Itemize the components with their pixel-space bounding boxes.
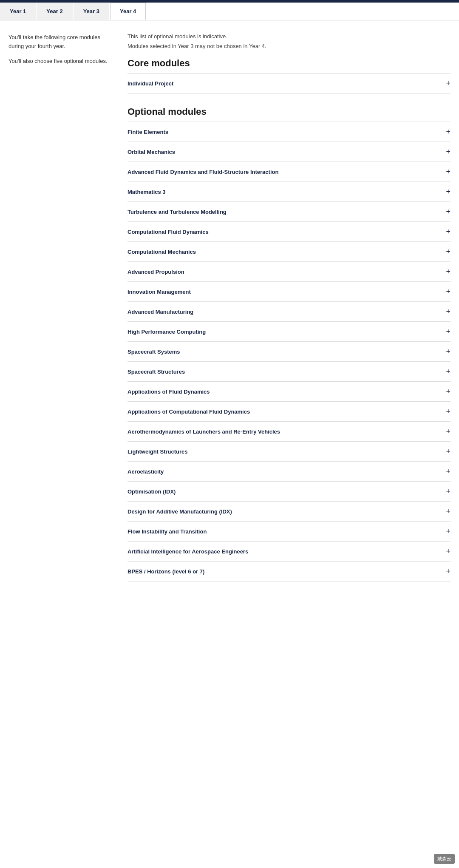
expand-icon[interactable]: +	[446, 228, 450, 235]
optional-modules-list: Finite Elements+Orbital Mechanics+Advanc…	[128, 122, 450, 582]
tab-year3[interactable]: Year 3	[74, 3, 109, 20]
optional-module-name: Spacecraft Systems	[128, 349, 180, 355]
expand-icon[interactable]: +	[446, 448, 450, 455]
expand-icon[interactable]: +	[446, 368, 450, 375]
optional-section-title: Optional modules	[128, 106, 450, 117]
optional-module-name: BPES / Horizons (level 6 or 7)	[128, 568, 204, 575]
optional-module-item[interactable]: Turbulence and Turbulence Modelling+	[128, 202, 450, 222]
tabs-bar: Year 1 Year 2 Year 3 Year 4	[0, 3, 459, 20]
tab-year1[interactable]: Year 1	[0, 3, 36, 20]
optional-module-item[interactable]: Advanced Fluid Dynamics and Fluid-Struct…	[128, 162, 450, 182]
expand-icon[interactable]: +	[446, 528, 450, 535]
optional-module-name: Spacecraft Structures	[128, 369, 185, 375]
expand-icon[interactable]: +	[446, 148, 450, 156]
expand-icon[interactable]: +	[446, 348, 450, 355]
optional-module-name: Orbital Mechanics	[128, 149, 175, 155]
optional-module-name: Computational Fluid Dynamics	[128, 229, 209, 235]
left-para2: You'll also choose five optional modules…	[8, 57, 110, 66]
optional-module-item[interactable]: Advanced Manufacturing+	[128, 302, 450, 322]
expand-icon[interactable]: +	[446, 328, 450, 335]
optional-module-name: Applications of Computational Fluid Dyna…	[128, 408, 250, 415]
optional-module-item[interactable]: Spacecraft Structures+	[128, 362, 450, 382]
optional-module-item[interactable]: Computational Fluid Dynamics+	[128, 222, 450, 242]
optional-module-name: Mathematics 3	[128, 189, 166, 195]
optional-module-name: Advanced Fluid Dynamics and Fluid-Struct…	[128, 169, 278, 175]
expand-icon[interactable]: +	[446, 288, 450, 295]
optional-module-name: Innovation Management	[128, 289, 191, 295]
optional-module-item[interactable]: Design for Additive Manufacturing (IDX)+	[128, 502, 450, 522]
expand-icon[interactable]: +	[446, 508, 450, 515]
core-module-name: Individual Project	[128, 80, 173, 87]
optional-module-item[interactable]: Artificial Intelligence for Aerospace En…	[128, 542, 450, 562]
optional-module-item[interactable]: Innovation Management+	[128, 282, 450, 302]
tab-year4[interactable]: Year 4	[110, 3, 146, 20]
optional-module-item[interactable]: High Performance Computing+	[128, 322, 450, 342]
optional-module-item[interactable]: Aerothermodynamics of Launchers and Re-E…	[128, 422, 450, 442]
core-section-title: Core modules	[128, 58, 450, 69]
optional-module-item[interactable]: Spacecraft Systems+	[128, 342, 450, 362]
info-text-1: This list of optional modules is indicat…	[128, 33, 450, 40]
optional-module-item[interactable]: Orbital Mechanics+	[128, 142, 450, 162]
expand-icon[interactable]: +	[446, 268, 450, 275]
core-modules-list: Individual Project+	[128, 73, 450, 94]
expand-icon[interactable]: +	[446, 567, 450, 575]
optional-module-name: Applications of Fluid Dynamics	[128, 389, 210, 395]
optional-module-item[interactable]: Mathematics 3+	[128, 182, 450, 202]
expand-icon[interactable]: +	[446, 428, 450, 435]
optional-module-item[interactable]: Applications of Fluid Dynamics+	[128, 382, 450, 402]
optional-module-item[interactable]: Finite Elements+	[128, 122, 450, 142]
info-text-2: Modules selected in Year 3 may not be ch…	[128, 43, 450, 49]
optional-module-item[interactable]: Lightweight Structures+	[128, 442, 450, 462]
expand-icon[interactable]: +	[446, 79, 450, 87]
tab-year2[interactable]: Year 2	[37, 3, 72, 20]
optional-module-item[interactable]: Computational Mechanics+	[128, 242, 450, 262]
expand-icon[interactable]: +	[446, 388, 450, 395]
left-panel: You'll take the following core modules d…	[8, 33, 123, 582]
optional-module-name: Turbulence and Turbulence Modelling	[128, 209, 227, 215]
optional-module-item[interactable]: Optimisation (IDX)+	[128, 482, 450, 502]
expand-icon[interactable]: +	[446, 308, 450, 315]
main-content: You'll take the following core modules d…	[0, 20, 459, 594]
right-panel: This list of optional modules is indicat…	[123, 33, 450, 582]
optional-module-item[interactable]: Aeroelasticity+	[128, 462, 450, 482]
expand-icon[interactable]: +	[446, 488, 450, 495]
optional-module-item[interactable]: BPES / Horizons (level 6 or 7)+	[128, 562, 450, 582]
optional-module-item[interactable]: Flow Instability and Transition+	[128, 522, 450, 542]
optional-module-name: Finite Elements	[128, 129, 168, 135]
optional-module-name: Advanced Propulsion	[128, 269, 184, 275]
optional-module-name: High Performance Computing	[128, 329, 206, 335]
expand-icon[interactable]: +	[446, 188, 450, 196]
optional-module-name: Design for Additive Manufacturing (IDX)	[128, 508, 232, 515]
expand-icon[interactable]: +	[446, 208, 450, 216]
expand-icon[interactable]: +	[446, 128, 450, 136]
optional-module-name: Flow Instability and Transition	[128, 528, 207, 535]
optional-module-name: Computational Mechanics	[128, 249, 196, 255]
left-para1: You'll take the following core modules d…	[8, 33, 110, 51]
optional-module-item[interactable]: Applications of Computational Fluid Dyna…	[128, 402, 450, 422]
optional-module-name: Aerothermodynamics of Launchers and Re-E…	[128, 428, 280, 435]
optional-module-name: Advanced Manufacturing	[128, 309, 193, 315]
optional-module-name: Optimisation (IDX)	[128, 488, 176, 495]
expand-icon[interactable]: +	[446, 248, 450, 255]
expand-icon[interactable]: +	[446, 468, 450, 475]
core-module-item[interactable]: Individual Project+	[128, 73, 450, 94]
optional-module-item[interactable]: Advanced Propulsion+	[128, 262, 450, 282]
optional-module-name: Artificial Intelligence for Aerospace En…	[128, 548, 248, 555]
expand-icon[interactable]: +	[446, 547, 450, 555]
expand-icon[interactable]: +	[446, 408, 450, 415]
optional-module-name: Lightweight Structures	[128, 448, 188, 455]
expand-icon[interactable]: +	[446, 168, 450, 176]
optional-module-name: Aeroelasticity	[128, 468, 164, 475]
